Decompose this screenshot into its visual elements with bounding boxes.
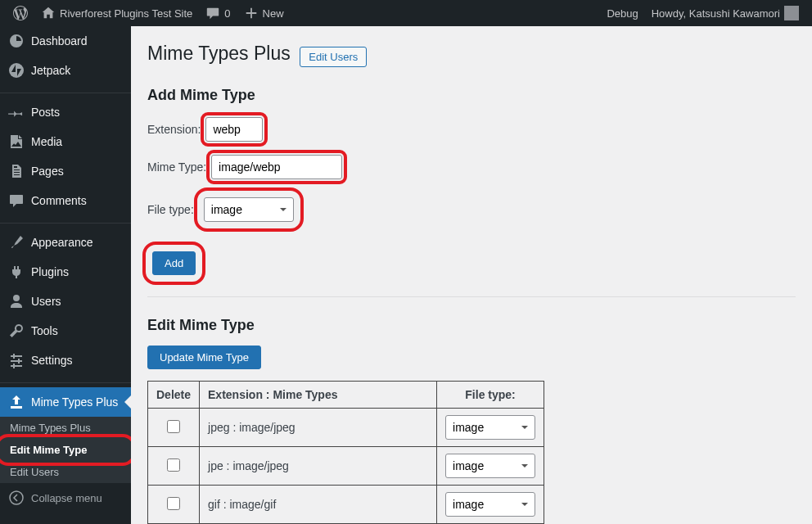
delete-checkbox[interactable]: [167, 420, 180, 433]
mime-type-input[interactable]: [211, 155, 342, 179]
plus-icon: [244, 6, 259, 20]
main-content: Mime Types Plus Edit Users Add Mime Type…: [131, 26, 812, 524]
edit-mime-type-heading: Edit Mime Type: [147, 317, 796, 334]
collapse-menu[interactable]: Collapse menu: [0, 483, 131, 513]
sidebar-item-media[interactable]: Media: [0, 127, 131, 156]
submenu-item-edit-users[interactable]: Edit Users: [0, 461, 131, 483]
pages-icon: [8, 163, 25, 179]
sidebar-item-tools[interactable]: Tools: [0, 316, 131, 346]
table-row: gif : image/gif image: [148, 486, 544, 524]
wordpress-icon: [13, 6, 28, 20]
new-label: New: [263, 7, 284, 20]
svg-point-0: [9, 63, 24, 78]
admin-sidebar: Dashboard Jetpack Posts Media Pages Comm…: [0, 26, 131, 524]
account-link[interactable]: Howdy, Katsushi Kawamori: [645, 0, 805, 26]
sidebar-item-comments[interactable]: Comments: [0, 186, 131, 215]
submenu-item-mime-types-plus[interactable]: Mime Types Plus: [0, 417, 131, 439]
site-name-link[interactable]: Riverforest Plugins Test Site: [34, 0, 199, 26]
debug-link[interactable]: Debug: [600, 0, 644, 26]
delete-checkbox[interactable]: [167, 458, 180, 472]
brush-icon: [8, 234, 25, 251]
extension-label: Extension:: [147, 123, 201, 136]
user-icon: [8, 293, 25, 309]
submenu: Mime Types Plus Edit Mime Type Edit User…: [0, 417, 131, 483]
col-ext-mime: Extension : Mime Types: [200, 382, 437, 409]
delete-checkbox[interactable]: [167, 497, 180, 510]
dashboard-icon: [8, 33, 25, 49]
jetpack-icon: [8, 62, 25, 79]
greeting: Howdy, Katsushi Kawamori: [652, 7, 780, 20]
sidebar-item-appearance[interactable]: Appearance: [0, 228, 131, 257]
admin-bar: Riverforest Plugins Test Site 0 New Debu…: [0, 0, 812, 26]
sidebar-item-pages[interactable]: Pages: [0, 156, 131, 186]
ext-mime-cell: jpe : image/jpeg: [200, 447, 437, 486]
collapse-label: Collapse menu: [31, 492, 102, 504]
comments-icon: [8, 192, 25, 209]
wp-logo[interactable]: [7, 0, 34, 26]
page-title: Mime Types Plus: [147, 43, 291, 65]
submenu-item-edit-mime-type[interactable]: Edit Mime Type: [0, 439, 131, 461]
mime-types-table: Delete Extension : Mime Types File type:…: [147, 381, 544, 524]
sidebar-item-label: Dashboard: [31, 34, 88, 47]
wrench-icon: [8, 323, 25, 339]
pin-icon: [8, 104, 25, 120]
collapse-icon: [8, 490, 25, 506]
sidebar-item-plugins[interactable]: Plugins: [0, 257, 131, 287]
menu-separator: [0, 379, 131, 383]
ext-mime-cell: gif : image/gif: [200, 486, 437, 524]
sidebar-item-label: Posts: [31, 106, 60, 119]
row-file-type-select[interactable]: image: [445, 492, 535, 517]
sidebar-item-posts[interactable]: Posts: [0, 97, 131, 127]
sidebar-item-users[interactable]: Users: [0, 287, 131, 316]
file-type-select[interactable]: image: [204, 197, 294, 222]
sidebar-item-settings[interactable]: Settings: [0, 346, 131, 375]
row-file-type-select[interactable]: image: [445, 454, 535, 478]
sidebar-item-label: Mime Types Plus: [31, 395, 118, 409]
sidebar-item-dashboard[interactable]: Dashboard: [0, 26, 131, 56]
svg-point-1: [10, 491, 23, 504]
media-icon: [8, 133, 25, 150]
add-mime-type-heading: Add Mime Type: [147, 87, 796, 104]
menu-separator: [0, 89, 131, 93]
sidebar-item-label: Comments: [31, 194, 87, 207]
comments-count: 0: [224, 7, 230, 20]
mime-type-label: Mime Type:: [147, 160, 206, 174]
table-row: jpe : image/jpeg image: [148, 447, 544, 486]
edit-users-button[interactable]: Edit Users: [300, 47, 367, 67]
new-link[interactable]: New: [237, 0, 291, 26]
avatar: [784, 6, 799, 20]
comment-icon: [205, 6, 220, 20]
add-button[interactable]: Add: [152, 251, 196, 275]
ext-mime-cell: jpeg : image/jpeg: [200, 409, 437, 447]
sidebar-item-mime-types-plus[interactable]: Mime Types Plus: [0, 387, 131, 417]
home-icon: [41, 6, 56, 20]
col-delete: Delete: [148, 382, 200, 409]
sidebar-item-label: Tools: [31, 324, 58, 337]
sidebar-item-label: Plugins: [31, 265, 69, 278]
update-mime-type-button[interactable]: Update Mime Type: [147, 346, 261, 369]
menu-separator: [0, 219, 131, 224]
sidebar-item-label: Media: [31, 135, 62, 148]
sliders-icon: [8, 352, 25, 368]
sidebar-item-label: Settings: [31, 354, 73, 367]
upload-icon: [8, 394, 25, 410]
sidebar-item-label: Users: [31, 295, 61, 308]
sidebar-item-label: Jetpack: [31, 64, 70, 77]
extension-input[interactable]: [205, 117, 263, 142]
file-type-label: File type:: [147, 203, 194, 216]
comments-link[interactable]: 0: [199, 0, 237, 26]
sidebar-item-label: Appearance: [31, 236, 93, 249]
row-file-type-select[interactable]: image: [445, 415, 535, 440]
site-name: Riverforest Plugins Test Site: [60, 7, 192, 20]
col-file-type: File type:: [437, 382, 544, 409]
table-row: jpeg : image/jpeg image: [148, 409, 544, 447]
plug-icon: [8, 264, 25, 280]
sidebar-item-label: Pages: [31, 165, 64, 178]
sidebar-item-jetpack[interactable]: Jetpack: [0, 56, 131, 85]
